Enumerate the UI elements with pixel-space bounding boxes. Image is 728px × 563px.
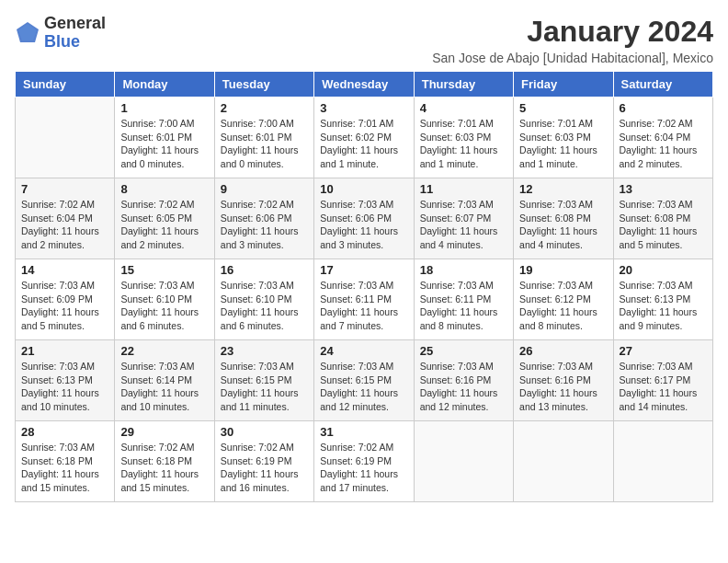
calendar-day-11: 11Sunrise: 7:03 AMSunset: 6:07 PMDayligh… [414, 178, 513, 259]
day-number: 12 [519, 182, 607, 196]
day-info: Sunrise: 7:03 AMSunset: 6:11 PMDaylight:… [320, 279, 407, 333]
day-number: 10 [320, 182, 407, 196]
calendar-day-9: 9Sunrise: 7:02 AMSunset: 6:06 PMDaylight… [214, 178, 313, 259]
calendar-day-24: 24Sunrise: 7:03 AMSunset: 6:15 PMDayligh… [314, 340, 414, 421]
day-info: Sunrise: 7:03 AMSunset: 6:18 PMDaylight:… [21, 441, 108, 495]
day-info: Sunrise: 7:03 AMSunset: 6:15 PMDaylight:… [221, 360, 308, 414]
day-number: 19 [519, 263, 607, 277]
day-info: Sunrise: 7:02 AMSunset: 6:19 PMDaylight:… [320, 441, 407, 495]
day-info: Sunrise: 7:03 AMSunset: 6:10 PMDaylight:… [221, 279, 308, 333]
day-info: Sunrise: 7:02 AMSunset: 6:04 PMDaylight:… [21, 198, 108, 252]
day-number: 25 [420, 344, 507, 358]
day-info: Sunrise: 7:01 AMSunset: 6:02 PMDaylight:… [320, 117, 407, 171]
calendar-day-3: 3Sunrise: 7:01 AMSunset: 6:02 PMDaylight… [314, 98, 414, 178]
calendar-day-20: 20Sunrise: 7:03 AMSunset: 6:13 PMDayligh… [613, 259, 712, 340]
calendar-table: SundayMondayTuesdayWednesdayThursdayFrid… [15, 71, 713, 502]
day-info: Sunrise: 7:03 AMSunset: 6:09 PMDaylight:… [21, 279, 108, 333]
day-info: Sunrise: 7:02 AMSunset: 6:05 PMDaylight:… [120, 198, 208, 252]
calendar-day-5: 5Sunrise: 7:01 AMSunset: 6:03 PMDaylight… [514, 98, 613, 178]
day-info: Sunrise: 7:02 AMSunset: 6:19 PMDaylight:… [221, 441, 308, 495]
empty-cell [16, 98, 115, 178]
month-title: January 2024 [432, 15, 713, 49]
calendar-day-31: 31Sunrise: 7:02 AMSunset: 6:19 PMDayligh… [314, 421, 414, 502]
day-info: Sunrise: 7:02 AMSunset: 6:06 PMDaylight:… [221, 198, 308, 252]
day-info: Sunrise: 7:02 AMSunset: 6:18 PMDaylight:… [120, 441, 208, 495]
day-number: 18 [420, 263, 507, 277]
calendar-day-15: 15Sunrise: 7:03 AMSunset: 6:10 PMDayligh… [115, 259, 214, 340]
calendar-day-22: 22Sunrise: 7:03 AMSunset: 6:14 PMDayligh… [115, 340, 214, 421]
day-info: Sunrise: 7:00 AMSunset: 6:01 PMDaylight:… [221, 117, 308, 171]
calendar-day-1: 1Sunrise: 7:00 AMSunset: 6:01 PMDaylight… [115, 98, 214, 178]
day-number: 3 [320, 101, 407, 115]
day-info: Sunrise: 7:01 AMSunset: 6:03 PMDaylight:… [519, 117, 607, 171]
day-number: 31 [320, 425, 407, 439]
day-number: 23 [221, 344, 308, 358]
header-friday: Friday [514, 72, 613, 98]
day-number: 16 [221, 263, 308, 277]
calendar-day-17: 17Sunrise: 7:03 AMSunset: 6:11 PMDayligh… [314, 259, 414, 340]
calendar-day-21: 21Sunrise: 7:03 AMSunset: 6:13 PMDayligh… [16, 340, 115, 421]
day-info: Sunrise: 7:03 AMSunset: 6:06 PMDaylight:… [320, 198, 407, 252]
day-number: 30 [221, 425, 308, 439]
calendar-day-27: 27Sunrise: 7:03 AMSunset: 6:17 PMDayligh… [613, 340, 712, 421]
calendar-day-16: 16Sunrise: 7:03 AMSunset: 6:10 PMDayligh… [214, 259, 313, 340]
calendar-day-13: 13Sunrise: 7:03 AMSunset: 6:08 PMDayligh… [613, 178, 712, 259]
day-info: Sunrise: 7:03 AMSunset: 6:16 PMDaylight:… [519, 360, 607, 414]
calendar-week-2: 7Sunrise: 7:02 AMSunset: 6:04 PMDaylight… [16, 178, 713, 259]
calendar-day-10: 10Sunrise: 7:03 AMSunset: 6:06 PMDayligh… [314, 178, 414, 259]
logo-icon [15, 20, 40, 46]
calendar-day-19: 19Sunrise: 7:03 AMSunset: 6:12 PMDayligh… [514, 259, 613, 340]
day-number: 29 [120, 425, 208, 439]
header-monday: Monday [115, 72, 214, 98]
day-info: Sunrise: 7:03 AMSunset: 6:13 PMDaylight:… [620, 279, 707, 333]
day-number: 21 [21, 344, 108, 358]
day-info: Sunrise: 7:03 AMSunset: 6:11 PMDaylight:… [420, 279, 507, 333]
calendar-header-row: SundayMondayTuesdayWednesdayThursdayFrid… [16, 72, 713, 98]
calendar-week-4: 21Sunrise: 7:03 AMSunset: 6:13 PMDayligh… [16, 340, 713, 421]
header-tuesday: Tuesday [214, 72, 313, 98]
calendar-day-4: 4Sunrise: 7:01 AMSunset: 6:03 PMDaylight… [414, 98, 513, 178]
day-number: 14 [21, 263, 108, 277]
day-info: Sunrise: 7:01 AMSunset: 6:03 PMDaylight:… [420, 117, 507, 171]
day-number: 15 [120, 263, 208, 277]
day-info: Sunrise: 7:03 AMSunset: 6:08 PMDaylight:… [519, 198, 607, 252]
day-number: 24 [320, 344, 407, 358]
header-wednesday: Wednesday [314, 72, 414, 98]
calendar-day-26: 26Sunrise: 7:03 AMSunset: 6:16 PMDayligh… [514, 340, 613, 421]
logo-general: General [44, 14, 106, 32]
calendar-day-8: 8Sunrise: 7:02 AMSunset: 6:05 PMDaylight… [115, 178, 214, 259]
day-number: 27 [620, 344, 707, 358]
calendar-day-7: 7Sunrise: 7:02 AMSunset: 6:04 PMDaylight… [16, 178, 115, 259]
day-info: Sunrise: 7:03 AMSunset: 6:13 PMDaylight:… [21, 360, 108, 414]
day-info: Sunrise: 7:03 AMSunset: 6:08 PMDaylight:… [620, 198, 707, 252]
calendar-day-18: 18Sunrise: 7:03 AMSunset: 6:11 PMDayligh… [414, 259, 513, 340]
empty-cell [414, 421, 513, 502]
day-number: 8 [120, 182, 208, 196]
calendar-week-5: 28Sunrise: 7:03 AMSunset: 6:18 PMDayligh… [16, 421, 713, 502]
calendar-day-28: 28Sunrise: 7:03 AMSunset: 6:18 PMDayligh… [16, 421, 115, 502]
logo-text: General Blue [44, 15, 106, 52]
calendar-day-14: 14Sunrise: 7:03 AMSunset: 6:09 PMDayligh… [16, 259, 115, 340]
day-number: 1 [120, 101, 208, 115]
calendar-week-3: 14Sunrise: 7:03 AMSunset: 6:09 PMDayligh… [16, 259, 713, 340]
day-info: Sunrise: 7:03 AMSunset: 6:16 PMDaylight:… [420, 360, 507, 414]
day-info: Sunrise: 7:03 AMSunset: 6:15 PMDaylight:… [320, 360, 407, 414]
day-number: 4 [420, 101, 507, 115]
calendar-week-1: 1Sunrise: 7:00 AMSunset: 6:01 PMDaylight… [16, 98, 713, 178]
day-number: 22 [120, 344, 208, 358]
header-sunday: Sunday [16, 72, 115, 98]
day-number: 6 [620, 101, 707, 115]
day-number: 2 [221, 101, 308, 115]
calendar-day-30: 30Sunrise: 7:02 AMSunset: 6:19 PMDayligh… [214, 421, 313, 502]
day-number: 5 [519, 101, 607, 115]
day-info: Sunrise: 7:03 AMSunset: 6:12 PMDaylight:… [519, 279, 607, 333]
location-subtitle: San Jose de Abajo [Unidad Habitacional],… [432, 51, 713, 65]
calendar-day-6: 6Sunrise: 7:02 AMSunset: 6:04 PMDaylight… [613, 98, 712, 178]
logo: General Blue [15, 15, 106, 52]
day-number: 26 [519, 344, 607, 358]
header-saturday: Saturday [613, 72, 712, 98]
day-info: Sunrise: 7:00 AMSunset: 6:01 PMDaylight:… [120, 117, 208, 171]
logo-blue: Blue [44, 32, 80, 51]
day-info: Sunrise: 7:03 AMSunset: 6:10 PMDaylight:… [120, 279, 208, 333]
day-number: 7 [21, 182, 108, 196]
